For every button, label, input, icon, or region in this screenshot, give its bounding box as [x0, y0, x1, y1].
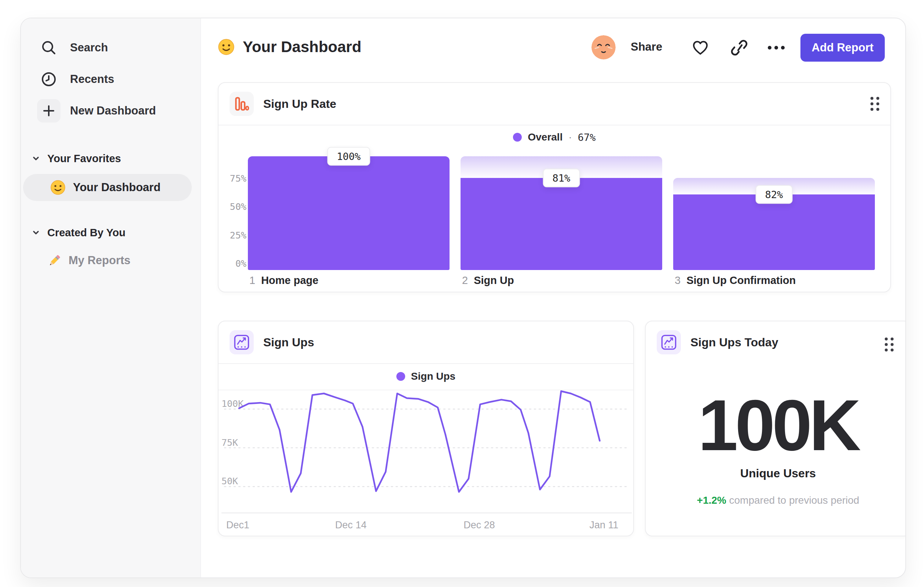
sidebar-item-label: Your Dashboard — [73, 181, 161, 194]
legend-label: Sign Ups — [411, 370, 455, 382]
search-icon — [37, 36, 61, 60]
sidebar: Search Recents New Dashboard Your Favori… — [21, 18, 201, 577]
card-header: Sign Ups — [229, 330, 314, 354]
smiley-emoji-icon — [50, 180, 66, 195]
sign-ups-card: Sign Ups Sign Ups 100K75K50K Dec1Dec 14D… — [218, 321, 634, 536]
x-axis-label: Dec 14 — [335, 519, 367, 531]
sign-up-rate-card: Sign Up Rate Overall · 67% 75%50%25%0%10… — [218, 82, 891, 293]
share-button[interactable]: Share — [631, 40, 662, 54]
divider — [219, 363, 633, 364]
sidebar-item-label: Recents — [70, 73, 114, 86]
metric-delta: +1.2% compared to previous period — [646, 494, 906, 506]
chevron-down-icon — [32, 154, 40, 162]
y-axis-label: 50K — [221, 476, 238, 486]
funnel-bar — [248, 156, 450, 270]
more-options-icon[interactable] — [767, 44, 785, 51]
sidebar-item-new-dashboard[interactable]: New Dashboard — [37, 98, 156, 124]
line-legend: Sign Ups — [219, 365, 633, 388]
funnel-ytick: 25% — [221, 230, 246, 241]
chevron-down-icon — [32, 228, 40, 236]
series-sign-ups-line — [239, 391, 600, 492]
plus-icon — [37, 99, 61, 122]
metric-label: Unique Users — [646, 467, 906, 480]
sidebar-item-my-reports[interactable]: My Reports — [47, 248, 130, 273]
funnel-ytick: 0% — [221, 258, 246, 269]
step-name: Sign Up Confirmation — [686, 274, 796, 286]
line-plot-svg: 100K75K50K — [219, 390, 635, 518]
sidebar-item-recents[interactable]: Recents — [37, 66, 114, 92]
funnel-bar — [460, 178, 662, 270]
sidebar-item-label: New Dashboard — [70, 104, 156, 117]
x-axis-label: Jan 11 — [589, 519, 618, 531]
funnel-value-tooltip: 81% — [543, 169, 580, 187]
section-title: Your Favorites — [47, 153, 121, 165]
card-header: Sign Ups Today — [657, 330, 778, 354]
step-index: 1 — [249, 274, 255, 286]
sidebar-section-created-by-you[interactable]: Created By You — [32, 225, 125, 240]
clock-icon — [37, 68, 61, 91]
funnel-step-label: 2Sign Up — [462, 274, 514, 286]
delta-value: +1.2% — [697, 494, 726, 506]
funnel-step-label: 3Sign Up Confirmation — [675, 274, 796, 286]
sidebar-item-label: Search — [70, 41, 108, 54]
smiley-emoji-icon — [218, 38, 235, 55]
page-title-text: Your Dashboard — [243, 38, 361, 56]
y-axis-label: 75K — [221, 437, 238, 448]
card-title: Sign Ups — [263, 336, 314, 349]
metric-value: 100K — [646, 390, 906, 461]
sidebar-item-your-dashboard[interactable]: Your Dashboard — [23, 174, 192, 201]
legend-dot-icon — [396, 372, 405, 381]
sign-ups-today-card: Sign Ups Today 100K Unique Users +1.2% c… — [645, 321, 906, 536]
step-index: 3 — [675, 274, 681, 286]
x-axis-label: Dec 28 — [464, 519, 495, 531]
funnel-ytick: 50% — [221, 202, 246, 212]
funnel-plot: 75%50%25%0%100%1Home page81%2Sign Up82%3… — [219, 83, 890, 292]
heart-icon[interactable] — [691, 39, 709, 56]
line-chart-icon — [229, 330, 254, 354]
link-icon[interactable] — [730, 39, 748, 56]
avatar[interactable] — [591, 35, 615, 60]
card-title: Sign Ups Today — [690, 336, 778, 349]
funnel-bar — [673, 194, 875, 270]
sidebar-section-your-favorites[interactable]: Your Favorites — [32, 151, 121, 166]
delta-note: compared to previous period — [729, 494, 860, 506]
sidebar-item-search[interactable]: Search — [37, 35, 108, 61]
x-axis-label: Dec1 — [226, 519, 249, 531]
section-title: Created By You — [47, 227, 125, 239]
pencil-emoji-icon — [47, 253, 62, 268]
sidebar-item-label: My Reports — [69, 254, 130, 267]
funnel-value-tooltip: 82% — [756, 185, 793, 204]
step-index: 2 — [462, 274, 468, 286]
funnel-ytick: 75% — [221, 173, 246, 184]
funnel-value-tooltip: 100% — [327, 147, 370, 166]
line-chart-icon — [657, 330, 681, 354]
page-title: Your Dashboard — [218, 38, 361, 56]
step-name: Home page — [261, 274, 318, 286]
step-name: Sign Up — [474, 274, 514, 286]
app-window: Search Recents New Dashboard Your Favori… — [20, 18, 906, 578]
drag-handle-icon[interactable] — [883, 336, 895, 353]
funnel-step-label: 1Home page — [249, 274, 318, 286]
add-report-button[interactable]: Add Report — [800, 34, 885, 62]
